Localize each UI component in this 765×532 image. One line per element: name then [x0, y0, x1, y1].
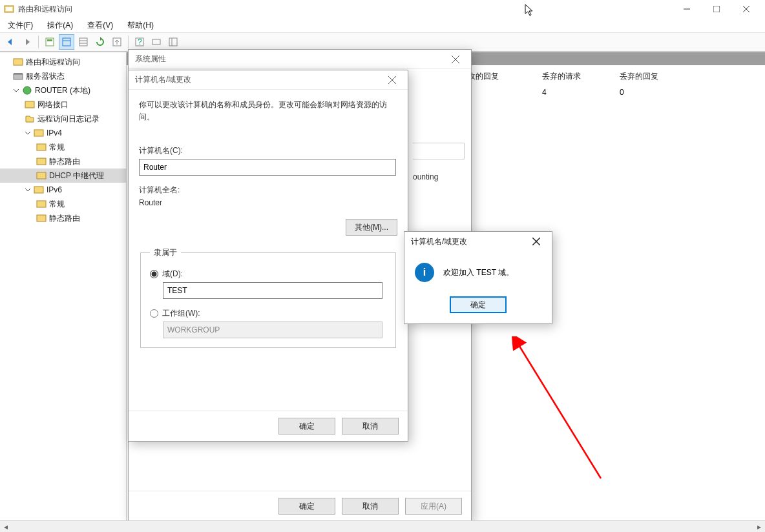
info-icon: i — [415, 263, 434, 282]
cell-drop-reply: 0 — [614, 86, 629, 99]
close-icon[interactable] — [383, 71, 401, 89]
menu-view[interactable]: 查看(V) — [85, 19, 116, 32]
tree-remotelog[interactable]: 远程访问日志记录 — [0, 112, 126, 126]
tree-label: DHCP 中继代理 — [49, 170, 104, 181]
titlebar: 路由和远程访问 — [0, 0, 765, 18]
tb-detail-button[interactable] — [76, 34, 91, 50]
other-button[interactable]: 其他(M)... — [346, 219, 397, 236]
tree-ipv6-static[interactable]: 静态路由 — [0, 211, 126, 225]
fullname-label: 计算机全名: — [139, 185, 397, 196]
chevron-down-icon[interactable] — [23, 185, 32, 194]
svg-rect-3 — [713, 6, 720, 12]
expander-icon — [3, 57, 12, 66]
msgbox-titlebar[interactable]: 计算机名/域更改 — [404, 232, 552, 251]
svg-rect-10 — [79, 38, 87, 46]
close-icon[interactable] — [446, 50, 465, 68]
window-title: 路由和远程访问 — [18, 4, 672, 15]
nav-forward-button[interactable] — [19, 34, 35, 50]
domain-radio[interactable]: 域(D): — [150, 269, 386, 280]
chevron-down-icon[interactable] — [12, 86, 21, 95]
domain-radio-input[interactable] — [150, 270, 158, 278]
close-icon[interactable] — [527, 232, 545, 251]
app-icon — [4, 4, 14, 14]
member-of-group: 隶属于 域(D): 工作组(W): — [140, 247, 396, 348]
sysprops-titlebar[interactable]: 系统属性 — [129, 50, 471, 69]
nav-back-button[interactable] — [3, 34, 18, 50]
minimize-button[interactable] — [672, 0, 702, 18]
cell-drop-req: 4 — [537, 86, 552, 99]
tree-netif[interactable]: 网络接口 — [0, 97, 126, 112]
sysprops-cancel-button[interactable]: 取消 — [342, 498, 399, 515]
tree-ipv6[interactable]: IPv6 — [0, 183, 126, 197]
tb-export-button[interactable] — [109, 34, 125, 50]
svg-rect-28 — [34, 187, 43, 193]
msgbox-body: i 欢迎加入 TEST 域。 — [404, 251, 552, 296]
col-drop-req[interactable]: 丢弃的请求 — [537, 69, 586, 84]
computer-name-label: 计算机名(C): — [139, 145, 397, 156]
col-drop-reply[interactable]: 丢弃的回复 — [614, 69, 664, 84]
tree-ipv6-general[interactable]: 常规 — [0, 197, 126, 211]
sysprops-buttons: 确定 取消 应用(A) — [129, 491, 471, 521]
maximize-button[interactable] — [702, 0, 731, 18]
log-icon — [25, 114, 35, 124]
rename-titlebar[interactable]: 计算机名/域更改 — [129, 70, 408, 90]
tree-label: ROUTER (本地) — [35, 85, 90, 96]
tree-label: 静态路由 — [49, 213, 80, 224]
domain-input[interactable] — [163, 282, 382, 299]
menu-help[interactable]: 帮助(H) — [125, 19, 156, 32]
chevron-down-icon[interactable] — [23, 128, 32, 138]
tb-tool-button[interactable] — [149, 34, 164, 50]
rename-title: 计算机名/域更改 — [135, 74, 383, 85]
scroll-right-icon[interactable]: ▸ — [753, 521, 765, 533]
menu-action[interactable]: 操作(A) — [45, 19, 76, 32]
rename-desc: 你可以更改该计算机的名称和成员身份。更改可能会影响对网络资源的访问。 — [139, 99, 397, 123]
msgbox-ok-button[interactable]: 确定 — [450, 296, 507, 313]
tree-router[interactable]: ROUTER (本地) — [0, 83, 126, 97]
general-icon — [36, 142, 47, 152]
svg-rect-16 — [152, 39, 160, 45]
tree-label: 网络接口 — [37, 99, 68, 110]
svg-point-22 — [23, 87, 31, 94]
window-controls — [672, 0, 761, 18]
tree-ipv4-dhcp-relay[interactable]: DHCP 中继代理 — [0, 169, 126, 183]
menu-file[interactable]: 文件(F) — [5, 19, 36, 32]
tree-server-status[interactable]: 服务器状态 — [0, 69, 126, 83]
tree-label: IPv4 — [47, 128, 62, 138]
workgroup-radio-input[interactable] — [150, 309, 158, 318]
tb-tool2-button[interactable] — [165, 34, 181, 50]
dhcp-relay-icon — [36, 170, 47, 181]
sysprops-ok-button[interactable]: 确定 — [278, 498, 335, 515]
status-icon — [13, 71, 23, 81]
tree-root[interactable]: 路由和远程访问 — [0, 55, 126, 69]
close-button[interactable] — [731, 0, 761, 18]
tb-properties-button[interactable] — [42, 34, 58, 50]
ipv6-icon — [34, 185, 44, 195]
svg-rect-19 — [14, 59, 23, 65]
sysprops-title: 系统属性 — [135, 54, 446, 65]
rename-dialog: 计算机名/域更改 你可以更改该计算机的名称和成员身份。更改可能会影响对网络资源的… — [128, 70, 408, 442]
svg-rect-25 — [37, 144, 46, 150]
computer-name-input[interactable] — [139, 159, 396, 176]
tree-label: 服务器状态 — [26, 71, 65, 82]
workgroup-radio-label: 工作组(W): — [162, 308, 200, 319]
sysprops-apply-button[interactable]: 应用(A) — [405, 498, 462, 515]
svg-rect-29 — [37, 201, 46, 207]
scroll-left-icon[interactable]: ◂ — [0, 521, 12, 533]
rename-ok-button[interactable]: 确定 — [278, 418, 335, 435]
tb-view-button[interactable] — [59, 34, 74, 50]
fullname-value: Router — [139, 198, 397, 207]
workgroup-radio[interactable]: 工作组(W): — [150, 308, 386, 319]
horizontal-scrollbar[interactable]: ◂ ▸ — [0, 520, 765, 532]
svg-rect-6 — [46, 38, 54, 46]
general-icon — [36, 199, 47, 209]
svg-rect-30 — [37, 215, 46, 221]
member-of-legend: 隶属于 — [150, 247, 181, 258]
tree-ipv4-static[interactable]: 静态路由 — [0, 154, 126, 169]
rename-body: 你可以更改该计算机的名称和成员身份。更改可能会影响对网络资源的访问。 计算机名(… — [129, 90, 408, 409]
tree-ipv4[interactable]: IPv4 — [0, 126, 126, 140]
tree-ipv4-general[interactable]: 常规 — [0, 140, 126, 154]
svg-rect-23 — [25, 101, 34, 108]
tb-refresh-button[interactable] — [92, 34, 108, 50]
rename-cancel-button[interactable]: 取消 — [342, 418, 399, 435]
tb-help-button[interactable]: ? — [132, 34, 147, 50]
